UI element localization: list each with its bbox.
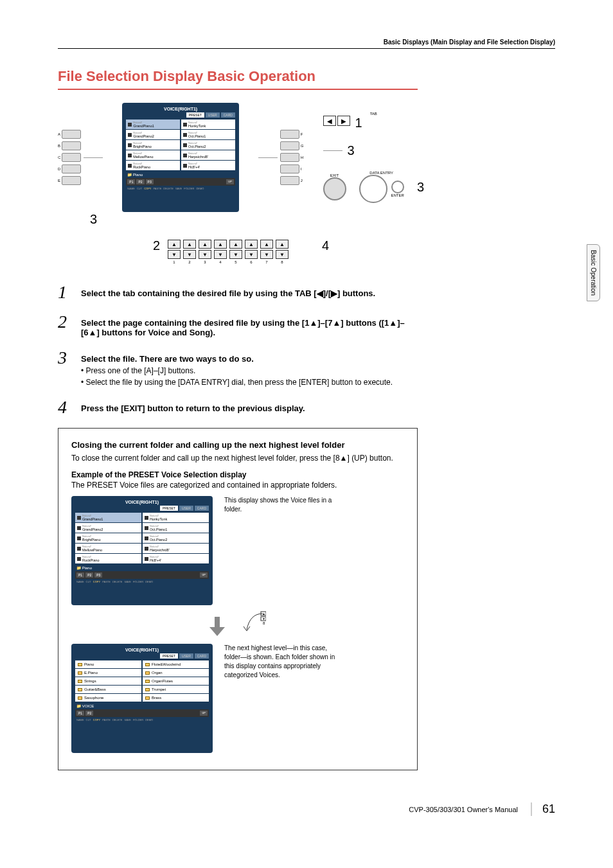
voice-item: Natural!RockPiano bbox=[75, 554, 141, 563]
exit-button[interactable] bbox=[323, 177, 346, 200]
folder-item: E.Piano bbox=[75, 669, 141, 677]
data-entry-dial[interactable] bbox=[359, 175, 387, 203]
page-footer: CVP-305/303/301 Owner's Manual 61 bbox=[58, 802, 555, 816]
voice-item: Natural!HonkyTonk bbox=[143, 513, 209, 522]
voice-item: Natural!GrandPiano1 bbox=[126, 120, 180, 129]
folder-item: Brass bbox=[143, 694, 209, 702]
folder-item: Organ bbox=[143, 669, 209, 677]
down-button-6[interactable]: ▼ bbox=[245, 250, 258, 259]
folder-item: OrganFlutes bbox=[143, 677, 209, 685]
page-header: Basic Displays (Main Display and File Se… bbox=[58, 39, 555, 49]
voice-item: Natural!Hc8'+4' bbox=[143, 554, 209, 563]
voice-item: Natural!Oct.Piano2 bbox=[181, 140, 235, 150]
up-button-3[interactable]: ▲ bbox=[199, 240, 211, 249]
voice-item: Natural!Oct.Piano1 bbox=[143, 523, 209, 533]
voice-item: Natural!Oct.Piano1 bbox=[181, 130, 235, 139]
voice-item: Natural!Oct.Piano2 bbox=[143, 533, 209, 543]
up-button-2[interactable]: ▲ bbox=[183, 240, 196, 249]
up-button-7[interactable]: ▲ bbox=[260, 240, 273, 249]
steps-list: 1 Select the tab containing the desired … bbox=[58, 283, 418, 416]
button-f[interactable] bbox=[280, 130, 299, 139]
button-a[interactable] bbox=[62, 130, 81, 139]
enter-button[interactable] bbox=[391, 181, 404, 193]
main-title: File Selection Display Basic Operation bbox=[58, 68, 418, 90]
voice-item: Natural!MellowPiano bbox=[75, 544, 141, 553]
up-button-1[interactable]: ▲ bbox=[168, 240, 181, 249]
step-1: 1 Select the tab containing the desired … bbox=[58, 283, 418, 301]
tab-right-button[interactable]: ▶ bbox=[337, 116, 350, 126]
folder-item: Guitar&Bass bbox=[75, 686, 141, 693]
up-button-6[interactable]: ▲ bbox=[245, 240, 258, 249]
tab-left-button[interactable]: ◀ bbox=[323, 116, 336, 126]
step-2: 2 Select the page containing the desired… bbox=[58, 313, 418, 337]
voice-item: Natural!RockPiano bbox=[126, 161, 180, 170]
step-4: 4 Press the [EXIT] button to return to t… bbox=[58, 398, 418, 416]
voice-item: Natural!GrandPiano2 bbox=[126, 130, 180, 139]
lcd-screen: VOICE(RIGHT1) PRESET USER CARD Natural!G… bbox=[122, 103, 239, 212]
example-screen-1: VOICE(RIGHT1) PRESET USER CARD Natural!G… bbox=[71, 496, 213, 605]
side-page-tab: Basic Operation bbox=[587, 244, 600, 301]
down-button-2[interactable]: ▼ bbox=[183, 250, 196, 259]
button-d[interactable] bbox=[62, 164, 81, 173]
voice-item: Natural!MellowPiano bbox=[126, 150, 180, 160]
voice-item: Natural!Harpsichrd8' bbox=[181, 150, 235, 160]
info-box: Closing the current folder and calling u… bbox=[58, 428, 418, 770]
button-g[interactable] bbox=[280, 141, 299, 150]
button-h[interactable] bbox=[280, 153, 299, 162]
caption-1: This display shows the Voice files in a … bbox=[224, 496, 340, 514]
voice-item: Natural!GrandPiano2 bbox=[75, 523, 141, 533]
caption-2: The next highest level—in this case, fol… bbox=[224, 644, 340, 680]
button-i[interactable] bbox=[280, 164, 299, 173]
folder-item: Strings bbox=[75, 677, 141, 685]
down-button-4[interactable]: ▼ bbox=[214, 250, 227, 259]
button-c[interactable] bbox=[62, 153, 81, 162]
up-button-8[interactable]: ▲ bbox=[276, 240, 289, 249]
up-button-5[interactable]: ▲ bbox=[229, 240, 242, 249]
voice-item: Natural!HonkyTonk bbox=[181, 120, 235, 129]
down-arrow-icon: ▲▼8 bbox=[71, 610, 404, 639]
voice-item: Natural!BrightPiano bbox=[126, 140, 180, 150]
down-button-1[interactable]: ▼ bbox=[168, 250, 181, 259]
step-3: 3 Select the file. There are two ways to… bbox=[58, 349, 418, 387]
down-button-3[interactable]: ▼ bbox=[199, 250, 211, 259]
button-j[interactable] bbox=[280, 176, 299, 185]
svg-text:▲: ▲ bbox=[262, 612, 265, 616]
folder-item: Saxophone bbox=[75, 694, 141, 702]
down-button-5[interactable]: ▼ bbox=[229, 250, 242, 259]
voice-item: Natural!BrightPiano bbox=[75, 533, 141, 543]
folder-item: Piano bbox=[75, 660, 141, 668]
svg-text:8: 8 bbox=[263, 621, 265, 625]
svg-text:▼: ▼ bbox=[262, 617, 265, 621]
voice-item: Natural!GrandPiano1 bbox=[75, 513, 141, 522]
folder-item: Trumpet bbox=[143, 686, 209, 693]
control-diagram: A B C D E VOICE(RIGHT1) PRESET USER CARD… bbox=[58, 103, 424, 264]
down-button-7[interactable]: ▼ bbox=[260, 250, 273, 259]
voice-item: Natural!Hc8'+4' bbox=[181, 161, 235, 170]
folder-item: Flute&Woodwind bbox=[143, 660, 209, 668]
up-button-4[interactable]: ▲ bbox=[214, 240, 227, 249]
example-screen-2: VOICE(RIGHT1) PRESET USER CARD PianoE.Pi… bbox=[71, 644, 213, 753]
voice-item: Natural!Harpsichrd8' bbox=[143, 544, 209, 553]
down-button-8[interactable]: ▼ bbox=[276, 250, 289, 259]
button-b[interactable] bbox=[62, 141, 81, 150]
button-e[interactable] bbox=[62, 176, 81, 185]
